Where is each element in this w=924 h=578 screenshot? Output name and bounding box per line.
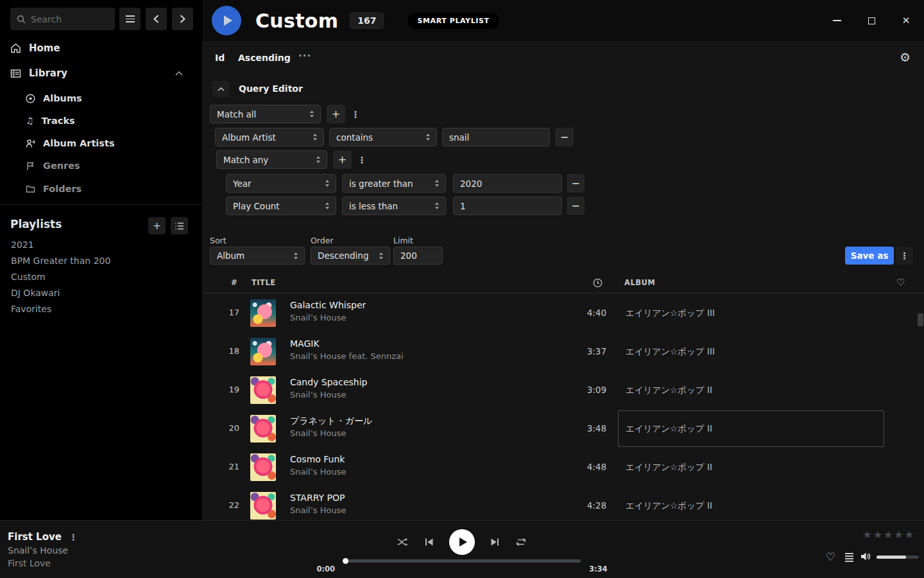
track-artist[interactable]: Snail’s House	[290, 313, 346, 322]
remove-rule2-button[interactable]: −	[567, 174, 585, 193]
order-select[interactable]: Descending	[311, 247, 390, 265]
sort-field-button[interactable]: Id	[215, 53, 225, 63]
track-title[interactable]: Candy Spaceship	[290, 377, 367, 387]
rule2-value-input[interactable]: 2020	[453, 174, 562, 193]
star-icon[interactable]: ★	[873, 529, 883, 541]
playlist-item[interactable]: Favorites	[11, 302, 51, 316]
kebab-icon[interactable]: ⋮	[69, 532, 78, 542]
next-button[interactable]	[488, 536, 501, 548]
table-row[interactable]: 18 MAGIK Snail’s House feat. Sennzai 3:3…	[202, 333, 924, 371]
sort-direction-button[interactable]: Ascending	[238, 53, 291, 63]
add-rule-button-1[interactable]: +	[327, 105, 345, 123]
rule2-field-select[interactable]: Year	[226, 174, 336, 193]
playlist-item[interactable]: BPM Greater than 200	[11, 254, 110, 268]
track-album[interactable]: エイリアン☆ポップ II	[626, 462, 712, 473]
star-icon[interactable]: ★	[905, 529, 914, 541]
track-album[interactable]: エイリアン☆ポップ II	[626, 385, 712, 396]
table-row[interactable]: 17 Galactic Whisper Snail’s House 4:40 エ…	[202, 294, 924, 333]
track-album[interactable]: エイリアン☆ポップ II	[626, 423, 712, 435]
table-row[interactable]: 19 Candy Spaceship Snail’s House 3:09 エイ…	[202, 371, 924, 410]
limit-input[interactable]: 200	[393, 247, 443, 265]
save-menu-button[interactable]: ⋮	[896, 247, 913, 265]
group-menu-button-1[interactable]: ⋮	[351, 105, 360, 123]
track-cover[interactable]	[250, 453, 276, 481]
sort-select[interactable]: Album	[210, 247, 305, 265]
repeat-button[interactable]	[515, 536, 527, 548]
track-album[interactable]: エイリアン☆ポップ III	[626, 308, 715, 319]
favorite-button[interactable]: ♡	[826, 550, 835, 563]
volume-slider[interactable]	[877, 556, 919, 559]
more-options-button[interactable]: ···	[298, 50, 311, 62]
menu-button[interactable]	[119, 8, 141, 30]
duration-clock-icon[interactable]	[593, 278, 603, 288]
playlist-list-button[interactable]	[171, 217, 188, 234]
col-album[interactable]: ALBUM	[624, 278, 655, 287]
nav-back-button[interactable]	[146, 8, 167, 30]
rating-stars[interactable]: ★ ★ ★ ★ ★	[862, 529, 914, 541]
volume-button[interactable]	[860, 552, 871, 561]
track-cover[interactable]	[250, 338, 276, 365]
now-playing-album[interactable]: First Love	[8, 558, 51, 568]
sidebar-item-genres[interactable]: Genres	[26, 157, 80, 175]
playlist-item[interactable]: 2021	[11, 238, 34, 252]
minimize-button[interactable]	[827, 11, 846, 30]
track-album[interactable]: エイリアン☆ポップ II	[626, 500, 712, 512]
save-as-button[interactable]: Save as	[845, 247, 894, 265]
scrollbar-thumb[interactable]	[918, 313, 923, 326]
table-row[interactable]: 21 Cosmo Funk Snail’s House 4:48 エイリアン☆ポ…	[202, 448, 924, 487]
sidebar-item-tracks[interactable]: ♫ Tracks	[26, 112, 75, 130]
favorite-heart-icon[interactable]: ♡	[896, 277, 905, 288]
track-title[interactable]: Galactic Whisper	[290, 300, 366, 310]
queue-button[interactable]	[845, 553, 853, 562]
playlist-item[interactable]: Custom	[11, 270, 46, 284]
rule1-field-select[interactable]: Album Artist	[215, 128, 324, 146]
previous-button[interactable]	[423, 536, 436, 548]
query-editor-collapse-button[interactable]	[212, 81, 229, 97]
shuffle-button[interactable]	[397, 536, 409, 548]
remove-rule3-button[interactable]: −	[567, 197, 585, 215]
play-playlist-button[interactable]	[212, 6, 241, 35]
rule1-operator-select[interactable]: contains	[329, 128, 437, 146]
remove-rule1-button[interactable]: −	[555, 128, 574, 146]
track-title[interactable]: STARRY POP	[290, 493, 345, 503]
sidebar-item-folders[interactable]: Folders	[26, 180, 81, 198]
seek-handle[interactable]	[343, 558, 348, 564]
play-button[interactable]	[449, 529, 475, 555]
track-title[interactable]: Cosmo Funk	[290, 454, 345, 464]
close-button[interactable]: ✕	[896, 11, 916, 30]
add-playlist-button[interactable]: +	[148, 217, 166, 234]
track-cover[interactable]	[250, 299, 276, 327]
track-title[interactable]: プラネット・ガール	[290, 416, 372, 427]
now-playing-artist[interactable]: Snail’s House	[8, 545, 68, 556]
star-icon[interactable]: ★	[862, 529, 872, 541]
track-cover[interactable]	[250, 492, 276, 520]
add-rule-button-2[interactable]: +	[333, 150, 352, 169]
search-box[interactable]	[10, 8, 115, 30]
search-input[interactable]	[31, 14, 101, 24]
col-index[interactable]: #	[231, 278, 237, 287]
track-artist[interactable]: Snail’s House	[290, 428, 346, 438]
track-artist[interactable]: Snail’s House feat. Sennzai	[290, 351, 404, 361]
now-playing-title[interactable]: First Love ⋮	[8, 531, 78, 543]
table-row[interactable]: 20 プラネット・ガール Snail’s House 3:48 エイリアン☆ポッ…	[202, 410, 924, 448]
track-cover[interactable]	[250, 376, 276, 404]
rule3-operator-select[interactable]: is less than	[342, 197, 446, 215]
star-icon[interactable]: ★	[894, 529, 903, 541]
track-title[interactable]: MAGIK	[290, 338, 320, 349]
gear-icon[interactable]: ⚙	[900, 50, 911, 64]
seek-bar[interactable]	[343, 559, 581, 563]
rule3-value-input[interactable]: 1	[453, 197, 562, 215]
track-cover[interactable]	[250, 415, 276, 442]
col-title[interactable]: TITLE	[252, 278, 276, 287]
sidebar-item-library[interactable]: Library	[10, 64, 192, 83]
rule3-field-select[interactable]: Play Count	[226, 197, 336, 215]
rule1-value-input[interactable]: snail	[442, 128, 550, 146]
sidebar-item-albums[interactable]: Albums	[26, 89, 82, 107]
group-menu-button-2[interactable]: ⋮	[357, 150, 366, 169]
rule2-operator-select[interactable]: is greater than	[342, 174, 446, 193]
match-type-select-2[interactable]: Match any	[216, 150, 327, 169]
track-artist[interactable]: Snail’s House	[290, 390, 346, 399]
nav-forward-button[interactable]	[172, 8, 193, 30]
sidebar-item-album-artists[interactable]: Album Artists	[26, 134, 115, 152]
playlist-item[interactable]: DJ Okawari	[11, 286, 60, 300]
